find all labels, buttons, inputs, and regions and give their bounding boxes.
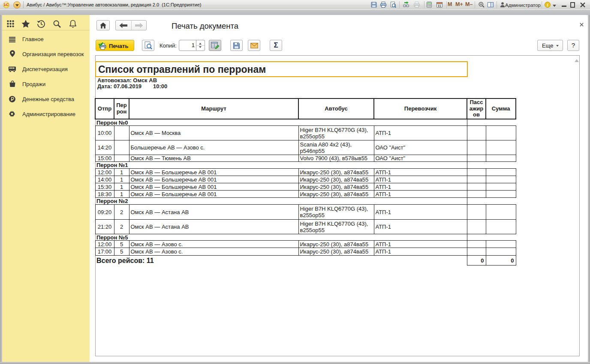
svg-text:31: 31	[438, 4, 441, 8]
svg-text:i: i	[547, 3, 548, 7]
